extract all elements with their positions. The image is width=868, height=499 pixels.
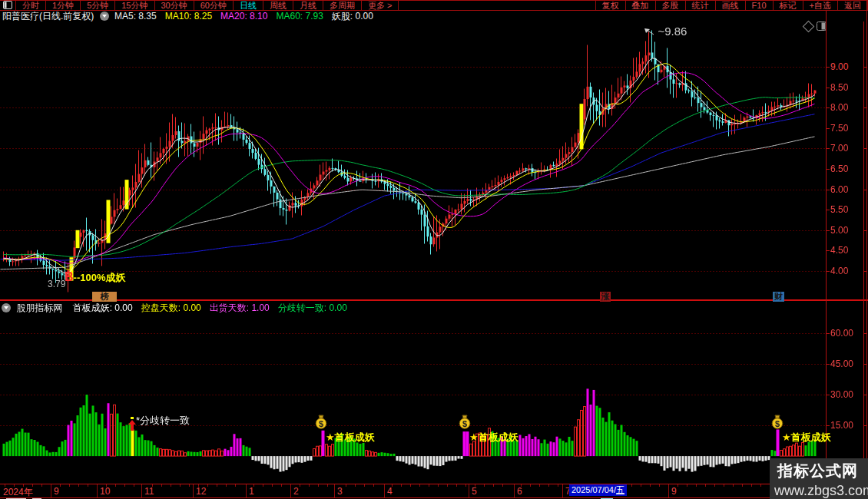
window-right-border xyxy=(866,0,867,499)
time-axis-minor-tick xyxy=(438,484,439,487)
watermark-title: 指标公式网 xyxy=(777,461,868,481)
indicator-axis-tick xyxy=(863,333,866,334)
time-axis-minor-tick xyxy=(115,484,116,487)
price-axis-tick xyxy=(826,169,830,170)
time-axis-minor-tick xyxy=(530,484,531,487)
time-axis-minor-tick xyxy=(300,484,300,487)
indicator-legend-item: 首板成妖: 0.00 xyxy=(73,302,133,314)
price-axis-tick xyxy=(826,230,830,231)
window-layout-button[interactable] xyxy=(0,1,16,10)
time-axis-minor-tick xyxy=(161,484,162,487)
toolbar-action-6[interactable]: F10 xyxy=(746,1,774,10)
first-board-signal-label: ★首板成妖 xyxy=(469,431,518,444)
toolbar-action-7[interactable]: 标记 xyxy=(774,1,803,10)
time-axis-minor-tick xyxy=(502,484,503,487)
price-axis-label: 5.50 xyxy=(830,204,864,215)
indicator-chart-canvas[interactable] xyxy=(0,301,827,484)
toolbar-action-9[interactable]: 返回 xyxy=(838,1,868,10)
period-toolbar: 分时1分钟5分钟15分钟30分钟60分钟日线周线月线多周期更多 > 复权叠加多股… xyxy=(0,0,868,11)
ma-legend-item: 妖股: 0.00 xyxy=(332,11,373,21)
indicator-legend-item: 出货天数: 1.00 xyxy=(210,302,270,314)
time-axis-minor-tick xyxy=(32,484,33,487)
chevron-down-icon[interactable] xyxy=(2,303,11,312)
price-axis-tick xyxy=(826,88,830,88)
time-axis-label: 2 xyxy=(293,486,299,497)
toolbar-period-3[interactable]: 5分钟 xyxy=(81,1,115,10)
price-axis-tick xyxy=(826,107,830,108)
toolbar-action-4[interactable]: 统计 xyxy=(686,1,716,10)
time-axis-label: 9 xyxy=(54,486,59,497)
svg-text:$: $ xyxy=(319,418,323,428)
low-price-label: 3.79 xyxy=(48,279,65,289)
toolbar-period-11[interactable]: 更多 > xyxy=(362,1,399,10)
price-axis-label: 4.50 xyxy=(830,245,864,256)
toolbar-action-1[interactable]: 复权 xyxy=(596,1,626,10)
price-axis-label: 7.50 xyxy=(830,123,864,134)
ma-legend-item: MA20: 8.10 xyxy=(220,11,267,21)
time-axis-minor-tick xyxy=(88,484,88,487)
price-axis-tick xyxy=(863,271,866,272)
time-axis-minor-tick xyxy=(5,484,5,487)
time-axis-minor-tick xyxy=(189,484,190,487)
selected-date-box: 2025/07/04/五 xyxy=(569,484,627,496)
chevron-down-icon[interactable] xyxy=(100,12,109,21)
up-arrow-icon xyxy=(128,420,136,431)
time-axis-minor-tick xyxy=(484,484,485,487)
time-axis-minor-tick xyxy=(78,484,79,487)
toolbar-period-5[interactable]: 30分钟 xyxy=(155,1,194,10)
toolbar-period-9[interactable]: 月线 xyxy=(293,1,323,10)
toolbar-period-2[interactable]: 1分钟 xyxy=(46,1,81,10)
toolbar-period-6[interactable]: 60分钟 xyxy=(194,1,234,10)
toolbar-action-5[interactable]: 画线 xyxy=(716,1,746,10)
price-axis-label: 9.00 xyxy=(830,61,864,72)
main-price-chart-canvas[interactable] xyxy=(0,21,827,299)
news-badge[interactable]: 财 xyxy=(773,292,784,302)
indicator-axis-tick xyxy=(826,364,830,365)
price-axis-label: 6.00 xyxy=(830,184,864,195)
toolbar-period-1[interactable]: 分时 xyxy=(16,1,46,10)
time-axis-minor-tick xyxy=(760,484,761,487)
toolbar-action-2[interactable]: 叠加 xyxy=(626,1,656,10)
indicator-axis-tick xyxy=(863,425,866,426)
ma-legend-item: MA60: 7.93 xyxy=(276,11,323,21)
time-axis-minor-tick xyxy=(364,484,365,487)
time-axis-minor-tick xyxy=(180,484,181,487)
indicator-legend: 首板成妖: 0.00控盘天数: 0.00出货天数: 1.00分歧转一致: 0.0… xyxy=(73,302,356,314)
time-axis-minor-tick xyxy=(309,484,310,487)
toolbar-spacer xyxy=(399,1,595,10)
toolbar-period-8[interactable]: 周线 xyxy=(263,1,293,10)
svg-text:$: $ xyxy=(462,418,467,428)
news-badge[interactable]: 榜 xyxy=(92,292,117,302)
time-axis-minor-tick xyxy=(631,484,632,487)
time-axis-minor-tick xyxy=(134,484,134,487)
price-axis-tick xyxy=(826,190,830,190)
signal-text: 首板成妖 xyxy=(791,431,831,443)
price-axis-label: 7.00 xyxy=(830,143,864,154)
time-axis-minor-tick xyxy=(392,484,393,487)
time-axis-minor-tick xyxy=(751,484,752,487)
first-board-signal-label: ★首板成妖 xyxy=(782,431,831,444)
indicator-legend-item: 控盘天数: 0.00 xyxy=(141,302,201,314)
toolbar-period-7[interactable]: 日线 xyxy=(234,1,263,10)
time-axis-label: 11 xyxy=(144,486,154,497)
toolbar-action-3[interactable]: 多股 xyxy=(656,1,686,10)
selected-date: 2025/07/04/ xyxy=(571,485,616,494)
price-axis-label: 8.00 xyxy=(830,102,864,113)
time-axis-minor-tick xyxy=(327,484,328,487)
news-badge[interactable]: 涨 xyxy=(600,292,611,302)
time-axis-minor-tick xyxy=(539,484,540,487)
toolbar-action-8[interactable]: +自选 xyxy=(803,1,838,10)
time-axis-label: 4 xyxy=(387,486,393,497)
stock-title: 阳普医疗(日线.前复权) xyxy=(2,11,94,21)
time-axis-minor-tick xyxy=(733,484,734,487)
time-axis-minor-tick xyxy=(373,484,374,487)
time-axis-separator xyxy=(562,484,563,497)
time-axis-minor-tick xyxy=(253,484,254,487)
toolbar-period-10[interactable]: 多周期 xyxy=(323,1,362,10)
price-axis-tick xyxy=(863,190,866,190)
price-axis-tick xyxy=(863,67,866,68)
time-axis-minor-tick xyxy=(641,484,641,487)
toolbar-period-4[interactable]: 15分钟 xyxy=(115,1,154,10)
time-axis-separator xyxy=(141,484,142,497)
time-axis-minor-tick xyxy=(548,484,549,487)
